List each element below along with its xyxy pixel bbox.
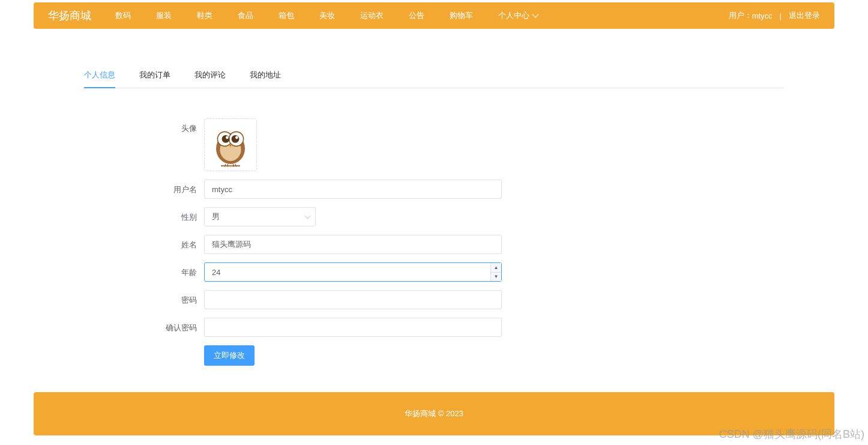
nav-item-bags[interactable]: 箱包 xyxy=(279,10,294,21)
profile-tabs: 个人信息 我的订单 我的评论 我的地址 xyxy=(84,70,784,88)
nav-item-shoes[interactable]: 鞋类 xyxy=(197,10,212,21)
owl-avatar-icon xyxy=(206,121,255,169)
gender-label: 性别 xyxy=(90,207,204,223)
tab-my-reviews[interactable]: 我的评论 xyxy=(194,70,226,88)
user-prefix: 用户： xyxy=(729,10,752,21)
age-input[interactable] xyxy=(204,262,502,282)
logout-link[interactable]: 退出登录 xyxy=(789,10,820,21)
separator: | xyxy=(780,11,782,20)
password-input[interactable] xyxy=(204,290,502,309)
nav-item-profile[interactable]: 个人中心 xyxy=(498,10,538,21)
main-nav: 数码 服装 鞋类 食品 箱包 美妆 运动衣 公告 购物车 个人中心 xyxy=(115,10,729,21)
avatar-label: 头像 xyxy=(90,118,204,134)
user-area: 用户： mtycc | 退出登录 xyxy=(729,10,820,21)
tab-profile-info[interactable]: 个人信息 xyxy=(84,70,115,88)
chevron-down-icon xyxy=(532,11,538,17)
nav-item-clothing[interactable]: 服装 xyxy=(156,10,172,21)
footer-text: 华扬商城 © 2023 xyxy=(405,408,463,419)
confirm-password-input[interactable] xyxy=(204,318,502,337)
site-footer: 华扬商城 © 2023 xyxy=(34,392,834,435)
username-label: 用户名 xyxy=(90,180,204,195)
realname-label: 姓名 xyxy=(90,235,204,250)
nav-item-announcement[interactable]: 公告 xyxy=(409,10,424,21)
avatar-upload[interactable] xyxy=(204,118,257,171)
current-username[interactable]: mtycc xyxy=(752,11,773,20)
decrement-button[interactable]: ▼ xyxy=(491,273,501,282)
watermark-text: CSDN @猫头鹰源码(同名B站) xyxy=(719,427,864,435)
age-label: 年龄 xyxy=(90,262,204,278)
submit-button[interactable]: 立即修改 xyxy=(204,345,255,366)
brand-logo[interactable]: 华扬商城 xyxy=(48,8,91,23)
confirm-password-label: 确认密码 xyxy=(90,318,204,333)
gender-select[interactable] xyxy=(204,207,316,226)
nav-item-sportswear[interactable]: 运动衣 xyxy=(360,10,384,21)
gender-select-value[interactable] xyxy=(204,207,316,226)
username-input[interactable] xyxy=(204,180,502,199)
svg-point-6 xyxy=(226,136,229,139)
nav-item-food[interactable]: 食品 xyxy=(238,10,253,21)
number-stepper: ▲ ▼ xyxy=(490,263,501,281)
svg-point-7 xyxy=(235,136,238,139)
tab-my-addresses[interactable]: 我的地址 xyxy=(250,70,281,88)
svg-point-4 xyxy=(222,135,230,143)
nav-item-beauty[interactable]: 美妆 xyxy=(319,10,335,21)
profile-form: 头像 xyxy=(84,118,784,366)
svg-point-5 xyxy=(232,135,240,143)
main-content: 个人信息 我的订单 我的评论 我的地址 头像 xyxy=(0,70,868,366)
nav-item-profile-label: 个人中心 xyxy=(498,10,529,21)
nav-item-cart[interactable]: 购物车 xyxy=(450,10,473,21)
nav-item-digital[interactable]: 数码 xyxy=(115,10,131,21)
site-header: 华扬商城 数码 服装 鞋类 食品 箱包 美妆 运动衣 公告 购物车 个人中心 用… xyxy=(34,2,834,29)
tab-my-orders[interactable]: 我的订单 xyxy=(139,70,170,88)
increment-button[interactable]: ▲ xyxy=(491,263,501,273)
password-label: 密码 xyxy=(90,290,204,306)
realname-input[interactable] xyxy=(204,235,502,254)
